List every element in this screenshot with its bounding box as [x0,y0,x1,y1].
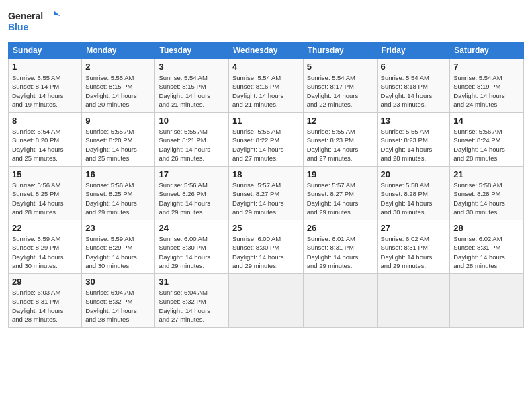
day-number: 20 [381,169,447,179]
day-number: 12 [307,116,373,126]
calendar-cell: 2Sunrise: 5:55 AMSunset: 8:15 PMDaylight… [82,59,155,113]
calendar-cell: 30Sunrise: 6:04 AMSunset: 8:32 PMDayligh… [82,274,155,328]
calendar-cell: 17Sunrise: 5:56 AMSunset: 8:26 PMDayligh… [155,167,228,220]
svg-text:General: General [8,11,43,21]
day-info: Sunrise: 5:55 AMSunset: 8:14 PMDaylight:… [12,73,78,109]
day-number: 17 [159,169,224,179]
calendar-cell: 24Sunrise: 6:00 AMSunset: 8:30 PMDayligh… [155,220,228,274]
day-number: 9 [85,116,151,126]
day-info: Sunrise: 5:56 AMSunset: 8:26 PMDaylight:… [159,181,224,216]
day-info: Sunrise: 6:00 AMSunset: 8:30 PMDaylight:… [232,234,300,270]
weekday-header-row: SundayMondayTuesdayWednesdayThursdayFrid… [9,42,524,59]
day-info: Sunrise: 5:54 AMSunset: 8:19 PMDaylight:… [453,73,520,109]
calendar-cell: 18Sunrise: 5:57 AMSunset: 8:27 PMDayligh… [228,167,303,220]
calendar-cell: 19Sunrise: 5:57 AMSunset: 8:27 PMDayligh… [303,167,377,220]
weekday-header-tuesday: Tuesday [155,42,228,59]
calendar-cell [450,274,524,328]
calendar-cell [303,274,377,328]
calendar-cell: 22Sunrise: 5:59 AMSunset: 8:29 PMDayligh… [9,220,82,274]
day-info: Sunrise: 6:02 AMSunset: 8:31 PMDaylight:… [453,234,520,270]
day-number: 26 [307,223,373,233]
week-row-3: 15Sunrise: 5:56 AMSunset: 8:25 PMDayligh… [9,167,524,220]
day-info: Sunrise: 6:00 AMSunset: 8:30 PMDaylight:… [159,234,224,270]
svg-text:Blue: Blue [8,21,29,32]
calendar-cell: 27Sunrise: 6:02 AMSunset: 8:31 PMDayligh… [377,220,450,274]
day-number: 14 [453,116,520,126]
weekday-header-sunday: Sunday [9,42,82,59]
day-info: Sunrise: 5:56 AMSunset: 8:24 PMDaylight:… [453,127,520,163]
day-info: Sunrise: 6:04 AMSunset: 8:32 PMDaylight:… [85,288,151,324]
weekday-header-monday: Monday [82,42,155,59]
day-info: Sunrise: 6:01 AMSunset: 8:31 PMDaylight:… [307,234,373,270]
day-info: Sunrise: 5:54 AMSunset: 8:18 PMDaylight:… [381,73,447,109]
day-number: 6 [381,62,447,72]
weekday-header-friday: Friday [377,42,450,59]
calendar-cell: 4Sunrise: 5:54 AMSunset: 8:16 PMDaylight… [228,59,303,113]
day-number: 24 [159,223,224,233]
calendar-cell: 28Sunrise: 6:02 AMSunset: 8:31 PMDayligh… [450,220,524,274]
day-number: 11 [232,116,300,126]
logo-svg: General Blue [8,8,65,35]
day-number: 25 [232,223,300,233]
day-number: 27 [381,223,447,233]
calendar-cell [228,274,303,328]
week-row-2: 8Sunrise: 5:54 AMSunset: 8:20 PMDaylight… [9,113,524,167]
day-number: 29 [12,277,78,287]
day-number: 2 [85,62,151,72]
calendar-cell: 7Sunrise: 5:54 AMSunset: 8:19 PMDaylight… [450,59,524,113]
day-number: 19 [307,169,373,179]
svg-marker-1 [54,11,60,16]
day-info: Sunrise: 5:55 AMSunset: 8:23 PMDaylight:… [381,127,447,163]
week-row-5: 29Sunrise: 6:03 AMSunset: 8:31 PMDayligh… [9,274,524,328]
calendar-cell: 31Sunrise: 6:04 AMSunset: 8:32 PMDayligh… [155,274,228,328]
day-info: Sunrise: 5:58 AMSunset: 8:28 PMDaylight:… [453,181,520,216]
calendar-cell: 26Sunrise: 6:01 AMSunset: 8:31 PMDayligh… [303,220,377,274]
calendar-table: SundayMondayTuesdayWednesdayThursdayFrid… [8,42,524,328]
day-number: 16 [85,169,151,179]
day-info: Sunrise: 6:03 AMSunset: 8:31 PMDaylight:… [12,288,78,324]
day-info: Sunrise: 5:54 AMSunset: 8:17 PMDaylight:… [307,73,373,109]
day-info: Sunrise: 5:55 AMSunset: 8:22 PMDaylight:… [232,127,300,163]
day-info: Sunrise: 5:57 AMSunset: 8:27 PMDaylight:… [232,181,300,216]
calendar-cell: 8Sunrise: 5:54 AMSunset: 8:20 PMDaylight… [9,113,82,167]
calendar-cell: 29Sunrise: 6:03 AMSunset: 8:31 PMDayligh… [9,274,82,328]
calendar-cell: 5Sunrise: 5:54 AMSunset: 8:17 PMDaylight… [303,59,377,113]
day-info: Sunrise: 5:56 AMSunset: 8:25 PMDaylight:… [12,181,78,216]
logo: General Blue [8,8,65,35]
day-number: 30 [85,277,151,287]
calendar-cell: 20Sunrise: 5:58 AMSunset: 8:28 PMDayligh… [377,167,450,220]
day-number: 4 [232,62,300,72]
calendar-cell: 11Sunrise: 5:55 AMSunset: 8:22 PMDayligh… [228,113,303,167]
day-number: 13 [381,116,447,126]
calendar-cell: 14Sunrise: 5:56 AMSunset: 8:24 PMDayligh… [450,113,524,167]
calendar-cell: 21Sunrise: 5:58 AMSunset: 8:28 PMDayligh… [450,167,524,220]
day-info: Sunrise: 5:57 AMSunset: 8:27 PMDaylight:… [307,181,373,216]
weekday-header-thursday: Thursday [303,42,377,59]
calendar-cell [377,274,450,328]
day-number: 28 [453,223,520,233]
day-number: 31 [159,277,224,287]
day-number: 5 [307,62,373,72]
day-info: Sunrise: 5:55 AMSunset: 8:15 PMDaylight:… [85,73,151,109]
day-info: Sunrise: 5:54 AMSunset: 8:15 PMDaylight:… [159,73,224,109]
calendar-cell: 16Sunrise: 5:56 AMSunset: 8:25 PMDayligh… [82,167,155,220]
weekday-header-saturday: Saturday [450,42,524,59]
calendar-cell: 1Sunrise: 5:55 AMSunset: 8:14 PMDaylight… [9,59,82,113]
week-row-4: 22Sunrise: 5:59 AMSunset: 8:29 PMDayligh… [9,220,524,274]
day-number: 3 [159,62,224,72]
day-info: Sunrise: 6:04 AMSunset: 8:32 PMDaylight:… [159,288,224,324]
calendar-cell: 3Sunrise: 5:54 AMSunset: 8:15 PMDaylight… [155,59,228,113]
day-number: 8 [12,116,78,126]
day-number: 7 [453,62,520,72]
day-number: 18 [232,169,300,179]
day-info: Sunrise: 5:55 AMSunset: 8:23 PMDaylight:… [307,127,373,163]
week-row-1: 1Sunrise: 5:55 AMSunset: 8:14 PMDaylight… [9,59,524,113]
calendar-cell: 15Sunrise: 5:56 AMSunset: 8:25 PMDayligh… [9,167,82,220]
calendar-cell: 13Sunrise: 5:55 AMSunset: 8:23 PMDayligh… [377,113,450,167]
day-number: 15 [12,169,78,179]
day-info: Sunrise: 5:56 AMSunset: 8:25 PMDaylight:… [85,181,151,216]
day-info: Sunrise: 5:54 AMSunset: 8:16 PMDaylight:… [232,73,300,109]
calendar-cell: 6Sunrise: 5:54 AMSunset: 8:18 PMDaylight… [377,59,450,113]
day-info: Sunrise: 5:58 AMSunset: 8:28 PMDaylight:… [381,181,447,216]
day-info: Sunrise: 5:54 AMSunset: 8:20 PMDaylight:… [12,127,78,163]
